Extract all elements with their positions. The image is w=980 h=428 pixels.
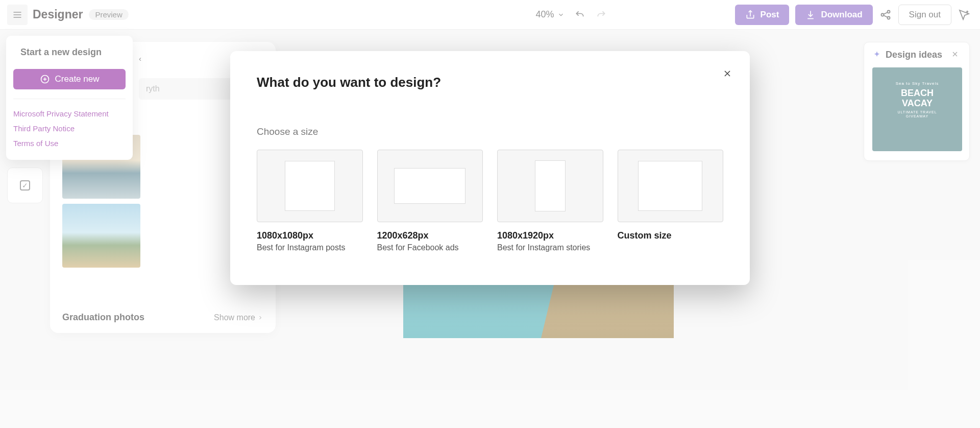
size-title: 1080x1080px	[257, 230, 363, 241]
size-preview	[497, 150, 603, 222]
modal-close-button[interactable]	[719, 65, 736, 82]
size-title: Custom size	[618, 230, 724, 241]
close-icon	[722, 68, 732, 79]
size-modal: What do you want to design? Choose a siz…	[230, 51, 750, 285]
size-title: 1080x1920px	[497, 230, 603, 241]
size-sub: Best for Instagram stories	[497, 243, 603, 252]
size-preview	[377, 150, 483, 222]
modal-overlay[interactable]: What do you want to design? Choose a siz…	[0, 0, 980, 428]
size-title: 1200x628px	[377, 230, 483, 241]
size-preview	[257, 150, 363, 222]
size-preview	[618, 150, 724, 222]
size-sub: Best for Facebook ads	[377, 243, 483, 252]
size-option-facebook-ad[interactable]: 1200x628px Best for Facebook ads	[377, 150, 483, 252]
size-option-instagram-post[interactable]: 1080x1080px Best for Instagram posts	[257, 150, 363, 252]
size-grid: 1080x1080px Best for Instagram posts 120…	[257, 150, 723, 252]
modal-title: What do you want to design?	[257, 75, 723, 90]
modal-section-label: Choose a size	[257, 126, 723, 137]
size-option-custom[interactable]: Custom size	[618, 150, 724, 252]
size-option-instagram-story[interactable]: 1080x1920px Best for Instagram stories	[497, 150, 603, 252]
size-sub: Best for Instagram posts	[257, 243, 363, 252]
